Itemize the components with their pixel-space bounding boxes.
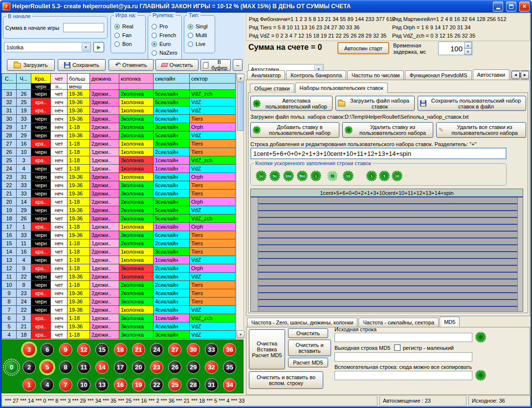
quick-chip-50c[interactable]: 50c (297, 171, 308, 181)
play-button[interactable]: ▶ (93, 42, 104, 52)
tab-контроль-банкролла[interactable]: Контроль банкролла (286, 70, 346, 80)
table-row[interactable]: 2917черннеч1-182дюжи..2колонка3сиклайнOr… (2, 123, 236, 131)
table-row[interactable]: 521кра..неч19-362дюжи..3колонка4сиклайнV… (2, 322, 236, 331)
column-header[interactable]: Кра.. (31, 74, 51, 84)
board-number-29[interactable]: 29 (187, 361, 200, 374)
table-row[interactable]: 2133черннеч19-363дюжи..3колонка6сиклайнT… (2, 190, 236, 198)
helper-string-input[interactable] (334, 371, 472, 380)
board-number-6[interactable]: 6 (41, 343, 54, 356)
table-row[interactable]: 2014кра..чет1-182дюжи..2колонка3сиклайнO… (2, 198, 236, 206)
bets-list-row[interactable] (251, 286, 523, 293)
board-number-3[interactable]: 3 (22, 343, 36, 356)
save-button[interactable]: Сохранить (58, 59, 106, 71)
subtab-наборы-пользовательских-ставок[interactable]: Наборы пользовательских ставок (295, 83, 388, 93)
table-row[interactable]: 2233черннеч19-363дюжи..3колонка6сиклайнT… (2, 181, 236, 190)
table-scrollbar[interactable]: ▲ ▼ (236, 73, 244, 339)
column-header[interactable]: сиклайн (154, 74, 190, 84)
table-row[interactable]: 418кра..чет1-182дюжи..3колонка3сиклайнVd… (2, 331, 236, 339)
table-row[interactable]: 923кра..неч19-362дюжи..2колонка4сиклайнT… (2, 289, 236, 298)
close-button[interactable]: × (519, 1, 530, 12)
bets-list-row[interactable] (251, 211, 523, 218)
table-row[interactable]: 171кра..неч1-181дюжи..1колонка1сиклайнOr… (2, 223, 236, 231)
bets-list-row[interactable] (251, 204, 523, 211)
md5-clear-and-paste-button[interactable]: Очистить и вставить (288, 340, 331, 356)
delete-bet-button[interactable]: Удалить ставку из пользовательского набо… (342, 122, 433, 138)
bets-list-row[interactable] (251, 273, 523, 279)
table-row[interactable]: 2331черннеч19-363дюжи..1колонка6сиклайнO… (2, 173, 236, 181)
table-row[interactable]: 3225кра..неч19-363дюжи..1колонка5сиклайн… (2, 98, 236, 107)
board-number-5[interactable]: 5 (41, 361, 54, 374)
undo-button[interactable]: ↶ Отменить (109, 59, 154, 71)
table-row[interactable]: 253кра..неч1-181дюжи..3колонка1сиклайнVd… (2, 156, 236, 165)
board-number-10[interactable]: 10 (77, 378, 90, 391)
board-number-4[interactable]: 4 (41, 378, 54, 391)
tab-анализатор[interactable]: Анализатор (247, 70, 285, 80)
board-number-33[interactable]: 33 (205, 343, 218, 356)
scrollbar-thumb[interactable] (237, 82, 244, 131)
board-number-36[interactable]: 36 (223, 343, 236, 356)
table-row[interactable]: 1929черннеч19-363дюжи..2колонка5сиклайнV… (2, 206, 236, 215)
board-number-31[interactable]: 31 (205, 378, 218, 391)
minus-button[interactable]: – (233, 59, 243, 71)
table-row[interactable]: 1416кра..чет1-182дюжи..1колонка3сиклайнT… (2, 248, 236, 256)
bets-list-row[interactable] (251, 232, 523, 238)
delete-all-bets-button[interactable]: ✎ Удалить все ставки из пользовательског… (436, 122, 526, 138)
radio-multi[interactable]: Multi (184, 31, 215, 40)
radio-french[interactable]: French (148, 31, 181, 40)
table-row[interactable]: 2829черннеч19-363дюжи..2колонка5сиклайнV… (2, 131, 236, 140)
bets-list[interactable]: 1cent+5+6+0+0+2+1+3+10cent+10+11+12+13+1… (250, 189, 523, 312)
bets-list-row[interactable] (251, 266, 523, 273)
board-number-1[interactable]: 1 (22, 378, 36, 391)
tab-автоставки[interactable]: Автоставки (473, 69, 510, 80)
column-header[interactable]: сектор (190, 74, 236, 84)
bets-list-row[interactable] (251, 300, 523, 307)
delay-value[interactable]: 100 (439, 42, 464, 55)
scroll-up-button[interactable]: ▲ (237, 74, 244, 82)
board-number-9[interactable]: 9 (59, 343, 72, 356)
to-buffer-button[interactable]: В буфер (200, 59, 231, 71)
radio-euro[interactable]: Euro (148, 40, 181, 48)
bets-list-row[interactable] (251, 259, 523, 266)
radio-fan[interactable]: Fan (111, 31, 145, 40)
quick-chip-10c[interactable]: 10c (283, 171, 294, 181)
board-number-14[interactable]: 14 (95, 361, 109, 374)
board-number-0[interactable]: 0 (5, 361, 18, 374)
board-number-23[interactable]: 23 (150, 361, 163, 374)
board-number-26[interactable]: 26 (168, 361, 181, 374)
subtab-общие-ставки[interactable]: Общие ставки (250, 84, 294, 93)
md5-source-input[interactable] (334, 333, 472, 342)
board-number-15[interactable]: 15 (95, 343, 109, 356)
board-number-35[interactable]: 35 (223, 361, 236, 374)
board-number-7[interactable]: 7 (59, 378, 72, 391)
clear-paste-helper-button[interactable]: Очистить и вставить во вспом. строку (249, 371, 323, 389)
board-number-17[interactable]: 17 (114, 361, 127, 374)
board-number-16[interactable]: 16 (114, 378, 127, 391)
table-row[interactable]: 1633черннеч19-363дюжи..3колонка6сиклайнT… (2, 231, 236, 239)
board-number-19[interactable]: 19 (132, 378, 145, 391)
scroll-down-button[interactable]: ▼ (237, 330, 244, 338)
maximize-button[interactable] (506, 1, 516, 12)
quick-chip-right-1[interactable]: 1 (366, 171, 377, 181)
register-checkbox[interactable] (394, 344, 400, 351)
md5-output-input[interactable] (334, 352, 472, 362)
md5-clear-button[interactable]: Очистить (288, 328, 328, 338)
table-row[interactable]: 1122чернчет19-362дюжи..1колонка4сиклайнV… (2, 273, 236, 281)
tab-функционал-psevdoms[interactable]: Функционал PsevdoMS (405, 70, 471, 80)
freqtab-частота-сиклайны-сектора[interactable]: Частота - сиклайны, сектора (358, 318, 439, 327)
autospin-start-button[interactable]: Автоспин старт (337, 42, 389, 54)
board-number-18[interactable]: 18 (114, 343, 127, 356)
load-button[interactable]: Загрузить (7, 59, 55, 71)
bets-list-row[interactable] (251, 245, 523, 252)
spinner-down-button[interactable]: ▼ (464, 48, 472, 55)
freqtab-частота-zero-шансы-дюжины-колонки[interactable]: Частота - Zero, шансы, дюжины, колонки (247, 318, 357, 327)
delay-spinner[interactable]: 100 ▲ ▼ (438, 42, 472, 55)
quick-chip-1[interactable]: 1 (310, 171, 321, 181)
column-header[interactable]: Ч... (17, 74, 31, 84)
table-row[interactable]: 3119кра..неч19-362дюжи..1колонка4сиклайн… (2, 107, 236, 115)
board-number-28[interactable]: 28 (187, 378, 200, 391)
tabs-scroll-right-button[interactable]: ► (521, 71, 529, 79)
add-bet-button[interactable]: Добавить ставку в пользовательский набор (250, 122, 339, 138)
board-number-21[interactable]: 21 (132, 343, 145, 356)
radio-live[interactable]: Live (184, 40, 215, 48)
table-row[interactable]: 824чернчет19-362дюжи..3колонка4сиклайнTi… (2, 298, 236, 306)
